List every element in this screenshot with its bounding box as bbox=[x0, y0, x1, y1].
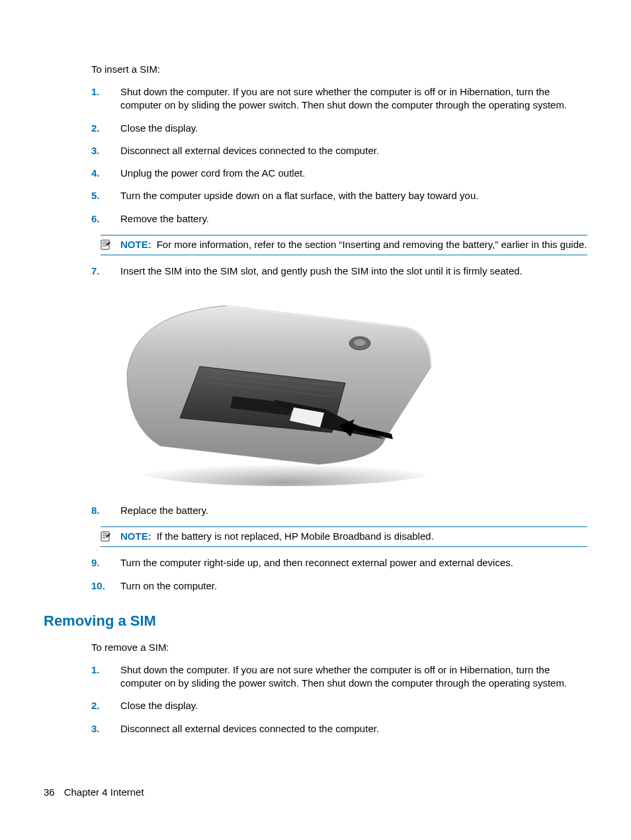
step-text: Shut down the computer. If you are not s… bbox=[120, 85, 587, 112]
page-number: 36 bbox=[44, 786, 55, 798]
intro-text: To insert a SIM: bbox=[91, 63, 587, 75]
step-2: 2.Close the display. bbox=[91, 699, 587, 712]
step-number: 7. bbox=[91, 265, 120, 278]
svg-point-6 bbox=[354, 339, 366, 346]
step-number: 2. bbox=[91, 699, 120, 712]
step-number: 8. bbox=[91, 504, 120, 517]
step-3: 3.Disconnect all external devices connec… bbox=[91, 722, 587, 735]
step-10: 10.Turn on the computer. bbox=[91, 579, 587, 593]
step-text: Turn the computer upside down on a flat … bbox=[120, 189, 587, 202]
step-number: 3. bbox=[91, 722, 120, 735]
note-icon bbox=[101, 530, 120, 544]
step-text: Remove the battery. bbox=[120, 212, 587, 226]
step-number: 10. bbox=[91, 579, 120, 593]
step-1: 1.Shut down the computer. If you are not… bbox=[91, 85, 587, 112]
note-label: NOTE: bbox=[120, 530, 151, 542]
section-heading-removing-sim: Removing a SIM bbox=[44, 612, 587, 630]
insert-sim-steps: 1.Shut down the computer. If you are not… bbox=[91, 85, 587, 226]
note-label: NOTE: bbox=[120, 239, 151, 250]
step-text: Disconnect all external devices connecte… bbox=[120, 722, 587, 735]
step-3: 3.Disconnect all external devices connec… bbox=[91, 144, 587, 157]
note-icon bbox=[101, 238, 120, 252]
step-number: 3. bbox=[91, 144, 120, 157]
step-text: Close the display. bbox=[120, 699, 587, 712]
chapter-label: Chapter 4 Internet bbox=[64, 786, 144, 798]
step-text: Insert the SIM into the SIM slot, and ge… bbox=[120, 265, 587, 278]
step-number: 1. bbox=[91, 85, 120, 112]
step-text: Disconnect all external devices connecte… bbox=[120, 144, 587, 157]
step-text: Turn the computer right-side up, and the… bbox=[120, 556, 587, 569]
step-number: 9. bbox=[91, 556, 120, 569]
note-body: If the battery is not replaced, HP Mobil… bbox=[157, 530, 434, 542]
step-number: 1. bbox=[91, 663, 120, 691]
step-4: 4.Unplug the power cord from the AC outl… bbox=[91, 167, 587, 180]
note-block: NOTE:For more information, refer to the … bbox=[101, 235, 587, 255]
sim-insert-figure bbox=[120, 294, 437, 488]
step-2: 2.Close the display. bbox=[91, 122, 587, 135]
note-body: For more information, refer to the secti… bbox=[157, 239, 587, 250]
step-number: 2. bbox=[91, 122, 120, 135]
page-footer: 36Chapter 4 Internet bbox=[44, 786, 144, 798]
note-content: NOTE:For more information, refer to the … bbox=[120, 238, 587, 252]
step-1: 1.Shut down the computer. If you are not… bbox=[91, 663, 587, 691]
note-block: NOTE:If the battery is not replaced, HP … bbox=[101, 526, 587, 547]
step-text: Replace the battery. bbox=[120, 504, 587, 517]
insert-sim-steps-cont3: 9.Turn the computer right-side up, and t… bbox=[91, 556, 587, 593]
step-text: Unplug the power cord from the AC outlet… bbox=[120, 167, 587, 180]
intro-text: To remove a SIM: bbox=[91, 642, 587, 653]
step-number: 6. bbox=[91, 212, 120, 226]
step-8: 8.Replace the battery. bbox=[91, 504, 587, 517]
remove-sim-steps: 1.Shut down the computer. If you are not… bbox=[91, 663, 587, 735]
step-9: 9.Turn the computer right-side up, and t… bbox=[91, 556, 587, 569]
step-text: Close the display. bbox=[120, 122, 587, 135]
manual-page: To insert a SIM: 1.Shut down the compute… bbox=[0, 0, 631, 735]
note-content: NOTE:If the battery is not replaced, HP … bbox=[120, 530, 587, 544]
step-text: Shut down the computer. If you are not s… bbox=[120, 663, 587, 691]
step-5: 5.Turn the computer upside down on a fla… bbox=[91, 189, 587, 202]
step-7: 7.Insert the SIM into the SIM slot, and … bbox=[91, 265, 587, 278]
insert-sim-steps-cont2: 8.Replace the battery. bbox=[91, 504, 587, 517]
step-text: Turn on the computer. bbox=[120, 579, 587, 593]
step-number: 5. bbox=[91, 189, 120, 202]
step-6: 6.Remove the battery. bbox=[91, 212, 587, 226]
insert-sim-steps-cont: 7.Insert the SIM into the SIM slot, and … bbox=[91, 265, 587, 278]
step-number: 4. bbox=[91, 167, 120, 180]
